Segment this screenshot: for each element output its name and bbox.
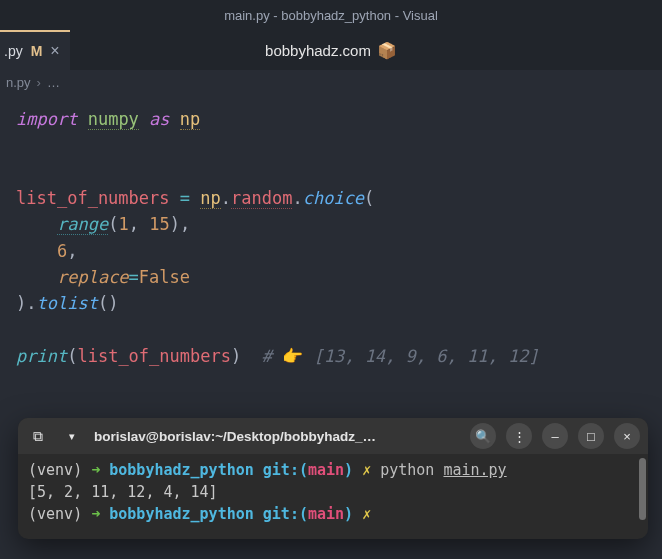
ref-np: np bbox=[200, 188, 220, 209]
paren-open: ( bbox=[364, 188, 374, 208]
kebab-menu-icon: ⋮ bbox=[513, 429, 526, 444]
dot: . bbox=[292, 188, 302, 208]
tab-filename: .py bbox=[4, 43, 23, 59]
prompt-arrow-icon: ➜ bbox=[91, 505, 100, 523]
breadcrumb-rest[interactable]: … bbox=[47, 75, 60, 90]
minimize-icon: – bbox=[551, 429, 558, 444]
prompt-cwd: bobbyhadz_python bbox=[109, 505, 254, 523]
prompt-cwd: bobbyhadz_python bbox=[109, 461, 254, 479]
editor-tab-active[interactable]: .py M × bbox=[0, 30, 70, 70]
dirty-icon: ✗ bbox=[362, 505, 371, 523]
alias-np: np bbox=[180, 109, 200, 130]
paren-close: ) bbox=[231, 346, 241, 366]
comma: , bbox=[67, 241, 77, 261]
breadcrumb[interactable]: n.py › … bbox=[0, 70, 662, 94]
cmd-python: python bbox=[380, 461, 434, 479]
pointing-right-icon: 👉 bbox=[282, 346, 303, 366]
kwarg-replace: replace bbox=[57, 267, 129, 287]
paren-open: ( bbox=[108, 214, 118, 234]
code-editor[interactable]: import numpy as np list_of_numbers = np.… bbox=[0, 94, 662, 385]
close-button[interactable]: × bbox=[614, 423, 640, 449]
num-15: 15 bbox=[149, 214, 169, 234]
close-icon: × bbox=[623, 429, 631, 444]
paren-close: ) bbox=[170, 214, 180, 234]
venv-label: (venv) bbox=[28, 505, 82, 523]
maximize-icon: □ bbox=[587, 429, 595, 444]
git-branch: main bbox=[308, 505, 344, 523]
terminal-body[interactable]: (venv) ➜ bobbyhadz_python git:(main) ✗ p… bbox=[18, 454, 648, 539]
dot: . bbox=[26, 293, 36, 313]
comment-hash: # bbox=[262, 346, 272, 366]
attr-random: random bbox=[231, 188, 292, 209]
git-close: ) bbox=[344, 461, 353, 479]
const-false: False bbox=[139, 267, 190, 287]
menu-button[interactable]: ⋮ bbox=[506, 423, 532, 449]
dot: . bbox=[221, 188, 231, 208]
op-eq: = bbox=[129, 267, 139, 287]
close-tab-icon[interactable]: × bbox=[50, 43, 59, 59]
fn-range: range bbox=[57, 214, 108, 235]
new-tab-button[interactable]: ⧉ bbox=[26, 424, 50, 448]
comment-output: [13, 14, 9, 6, 11, 12] bbox=[313, 346, 538, 366]
prompt-arrow-icon: ➜ bbox=[91, 461, 100, 479]
fn-tolist: tolist bbox=[37, 293, 98, 313]
terminal-line: (venv) ➜ bobbyhadz_python git:(main) ✗ p… bbox=[28, 460, 638, 482]
comma: , bbox=[180, 214, 190, 234]
tab-bar: .py M × bobbyhadz.com 📦 bbox=[0, 30, 662, 70]
package-icon: 📦 bbox=[377, 41, 397, 60]
dirty-icon: ✗ bbox=[362, 461, 371, 479]
git-close: ) bbox=[344, 505, 353, 523]
chevron-down-icon: ▾ bbox=[69, 430, 75, 443]
overlay-banner: bobbyhadz.com 📦 bbox=[265, 41, 397, 60]
chevron-right-icon: › bbox=[37, 75, 41, 90]
search-icon: 🔍 bbox=[475, 429, 491, 444]
terminal-title: borislav@borislav:~/Desktop/bobbyhadz_… bbox=[94, 429, 460, 444]
terminal-header: ⧉ ▾ borislav@borislav:~/Desktop/bobbyhad… bbox=[18, 418, 648, 454]
tab-modified-marker: M bbox=[31, 43, 43, 59]
venv-label: (venv) bbox=[28, 461, 82, 479]
num-6: 6 bbox=[57, 241, 67, 261]
breadcrumb-file[interactable]: n.py bbox=[6, 75, 31, 90]
num-1: 1 bbox=[118, 214, 128, 234]
terminal-window: ⧉ ▾ borislav@borislav:~/Desktop/bobbyhad… bbox=[18, 418, 648, 539]
paren-open: ( bbox=[67, 346, 77, 366]
paren-close: ) bbox=[16, 293, 26, 313]
op-eq: = bbox=[180, 188, 190, 208]
keyword-import: import bbox=[16, 109, 77, 129]
tab-dropdown-button[interactable]: ▾ bbox=[60, 424, 84, 448]
var-list: list_of_numbers bbox=[16, 188, 170, 208]
keyword-as: as bbox=[149, 109, 169, 129]
cmd-file: main.py bbox=[443, 461, 506, 479]
new-tab-icon: ⧉ bbox=[33, 428, 43, 445]
git-label: git:( bbox=[263, 461, 308, 479]
title-bar: main.py - bobbyhadz_python - Visual bbox=[0, 0, 662, 30]
git-branch: main bbox=[308, 461, 344, 479]
maximize-button[interactable]: □ bbox=[578, 423, 604, 449]
module-numpy: numpy bbox=[88, 109, 139, 130]
terminal-output: [5, 2, 11, 12, 4, 14] bbox=[28, 482, 638, 504]
window-title: main.py - bobbyhadz_python - Visual bbox=[224, 8, 438, 23]
comma: , bbox=[129, 214, 139, 234]
git-label: git:( bbox=[263, 505, 308, 523]
overlay-text: bobbyhadz.com bbox=[265, 42, 371, 59]
search-button[interactable]: 🔍 bbox=[470, 423, 496, 449]
fn-print: print bbox=[16, 346, 67, 366]
var-list-ref: list_of_numbers bbox=[77, 346, 231, 366]
minimize-button[interactable]: – bbox=[542, 423, 568, 449]
terminal-line: (venv) ➜ bobbyhadz_python git:(main) ✗ bbox=[28, 504, 638, 526]
fn-choice: choice bbox=[303, 188, 364, 208]
parens-empty: () bbox=[98, 293, 118, 313]
terminal-scrollbar[interactable] bbox=[639, 458, 646, 520]
